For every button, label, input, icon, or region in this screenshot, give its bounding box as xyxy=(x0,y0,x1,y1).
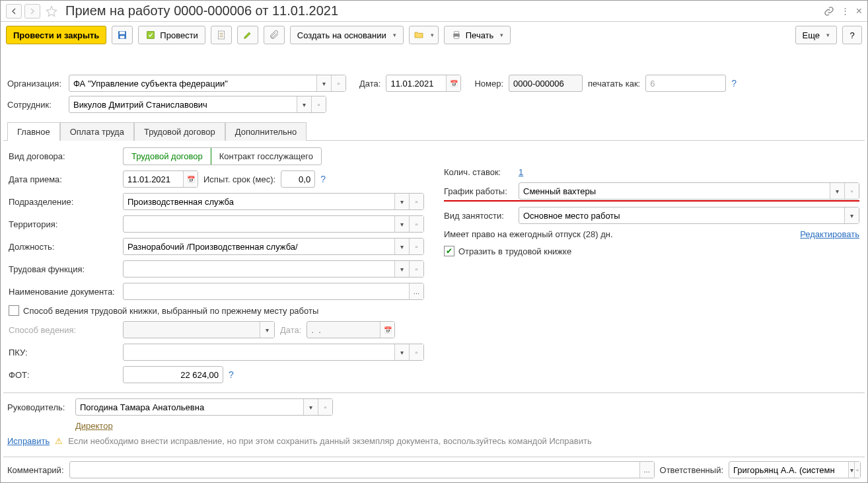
chevron-down-icon[interactable]: ▾ xyxy=(303,399,318,415)
tab-payment[interactable]: Оплата труда xyxy=(60,122,134,141)
pku-field[interactable]: ▾ ▫ xyxy=(123,344,424,361)
open-icon[interactable]: ▫ xyxy=(854,462,860,478)
method-date-field: 📅 xyxy=(307,321,395,338)
print-as-field[interactable] xyxy=(645,75,726,92)
help-icon[interactable]: ? xyxy=(229,369,234,380)
date-field[interactable]: 📅 xyxy=(386,75,461,92)
fot-field[interactable] xyxy=(123,366,223,383)
open-icon[interactable]: ▫ xyxy=(409,216,423,232)
contract-type-toggle[interactable]: Трудовой договор Контракт госслужащего xyxy=(123,147,322,165)
post-button[interactable]: Провести xyxy=(138,26,205,44)
fot-label: ФОТ: xyxy=(9,370,118,380)
save-button[interactable] xyxy=(112,26,133,44)
open-icon[interactable]: ▫ xyxy=(409,239,423,254)
prev-workbook-label: Способ ведения трудовой книжки, выбранны… xyxy=(23,306,318,316)
contract-type-gov[interactable]: Контракт госслужащего xyxy=(211,148,321,165)
department-field[interactable]: ▾ ▫ xyxy=(123,193,424,210)
open-icon[interactable]: ▫ xyxy=(409,344,423,360)
responsible-field[interactable]: ▾ ▫ xyxy=(729,461,861,478)
calendar-icon[interactable]: 📅 xyxy=(183,171,198,187)
tab-main[interactable]: Главное xyxy=(7,122,60,141)
chevron-down-icon[interactable]: ▾ xyxy=(394,194,409,209)
create-based-on-button[interactable]: Создать на основании xyxy=(290,26,404,44)
chevron-down-icon[interactable]: ▾ xyxy=(394,239,409,254)
responsible-label: Ответственный: xyxy=(660,465,723,475)
trial-field[interactable] xyxy=(281,170,315,188)
labor-function-field[interactable]: ▾ ▫ xyxy=(123,260,424,278)
close-icon[interactable]: × xyxy=(856,5,862,17)
schedule-field[interactable]: ▾ ▫ xyxy=(519,182,859,200)
prev-workbook-checkbox[interactable] xyxy=(9,305,19,316)
open-icon[interactable]: ▫ xyxy=(331,75,345,91)
chevron-down-icon[interactable]: ▾ xyxy=(394,344,409,360)
nav-forward-button[interactable] xyxy=(24,4,40,19)
folder-dropdown-button[interactable] xyxy=(409,26,439,44)
position-field[interactable]: ▾ ▫ xyxy=(123,238,424,255)
start-date-label: Дата приема: xyxy=(9,174,118,184)
correction-note: Если необходимо внести исправление, но п… xyxy=(68,436,591,446)
open-icon[interactable]: ▫ xyxy=(409,261,423,277)
correction-link[interactable]: Исправить xyxy=(7,436,50,446)
reflect-workbook-label: Отразить в трудовой книжке xyxy=(458,246,571,256)
print-button[interactable]: Печать xyxy=(444,26,511,44)
vacation-label: Имеет право на ежегодный отпуск (28) дн. xyxy=(444,229,795,239)
toolbar: Провести и закрыть Провести Создать на о… xyxy=(1,22,867,48)
svg-rect-2 xyxy=(120,36,125,38)
contract-type-employment[interactable]: Трудовой договор xyxy=(123,147,211,165)
chevron-down-icon[interactable]: ▾ xyxy=(394,261,409,277)
favorite-star-icon[interactable] xyxy=(46,5,57,17)
help-icon[interactable]: ? xyxy=(731,78,737,89)
ellipsis-icon[interactable]: … xyxy=(639,462,654,478)
chevron-down-icon: ▾ xyxy=(260,322,274,338)
kebab-menu-icon[interactable]: ⋮ xyxy=(841,6,850,16)
link-icon[interactable] xyxy=(824,6,834,17)
open-icon[interactable]: ▫ xyxy=(318,399,332,415)
open-icon[interactable]: ▫ xyxy=(409,194,423,209)
start-date-field[interactable]: 📅 xyxy=(123,170,198,188)
nav-back-button[interactable] xyxy=(6,4,22,19)
chevron-down-icon[interactable]: ▾ xyxy=(844,207,859,223)
organization-field[interactable]: ▾ ▫ xyxy=(69,75,346,92)
territory-label: Территория: xyxy=(9,219,118,229)
help-icon[interactable]: ? xyxy=(320,174,326,184)
post-and-close-button[interactable]: Провести и закрыть xyxy=(6,26,106,44)
ellipsis-icon[interactable]: … xyxy=(409,283,423,299)
more-button[interactable]: Еще xyxy=(795,26,837,44)
svg-rect-10 xyxy=(454,36,458,38)
document-icon-button[interactable] xyxy=(211,26,232,44)
comment-field[interactable]: … xyxy=(69,461,655,478)
tab-contract[interactable]: Трудовой договор xyxy=(134,122,225,141)
manager-position-link[interactable]: Директор xyxy=(75,421,113,431)
svg-rect-1 xyxy=(120,32,125,34)
open-icon[interactable]: ▫ xyxy=(844,183,859,199)
tab-additional[interactable]: Дополнительно xyxy=(225,122,307,141)
warning-icon: ⚠ xyxy=(55,436,63,446)
help-button[interactable]: ? xyxy=(842,26,862,44)
open-icon[interactable]: ▫ xyxy=(311,96,326,112)
number-field xyxy=(509,75,583,92)
comment-label: Комментарий: xyxy=(7,465,64,475)
employment-type-label: Вид занятости: xyxy=(444,211,513,221)
titlebar: Прием на работу 0000-000006 от 11.01.202… xyxy=(1,1,867,22)
reflect-workbook-checkbox[interactable]: ✔ xyxy=(444,246,454,256)
employment-type-field[interactable]: ▾ xyxy=(519,207,859,224)
chevron-down-icon[interactable]: ▾ xyxy=(830,183,844,199)
chevron-down-icon[interactable]: ▾ xyxy=(394,216,409,232)
chevron-down-icon[interactable]: ▾ xyxy=(316,75,331,91)
edit-vacation-link[interactable]: Редактировать xyxy=(800,229,859,239)
method-field: ▾ xyxy=(123,321,275,338)
doc-name-field[interactable]: … xyxy=(123,283,424,300)
employee-field[interactable]: ▾ ▫ xyxy=(69,96,326,113)
chevron-down-icon[interactable]: ▾ xyxy=(297,96,311,112)
window-title: Прием на работу 0000-000006 от 11.01.202… xyxy=(65,3,821,19)
chevron-down-icon[interactable]: ▾ xyxy=(848,462,854,478)
calendar-icon[interactable]: 📅 xyxy=(446,75,460,91)
pku-label: ПКУ: xyxy=(9,348,118,357)
doc-name-label: Наименование документа: xyxy=(9,287,118,297)
rates-link[interactable]: 1 xyxy=(519,167,523,177)
manager-field[interactable]: ▾ ▫ xyxy=(75,398,333,416)
edit-icon-button[interactable] xyxy=(237,26,258,44)
app-window: Прием на работу 0000-000006 от 11.01.202… xyxy=(0,0,868,483)
territory-field[interactable]: ▾ ▫ xyxy=(123,215,424,233)
attach-icon-button[interactable] xyxy=(264,26,285,44)
